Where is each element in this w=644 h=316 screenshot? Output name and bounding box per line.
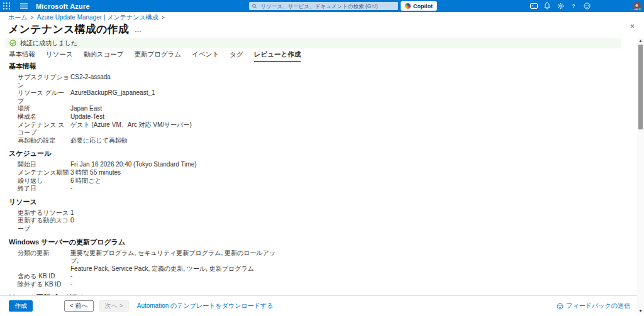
- field-value: Update-Test: [70, 113, 104, 121]
- field-label: 分類の更新: [18, 249, 70, 273]
- field-value: ゲスト (Azure VM、Arc 対応 VM/サーバー): [70, 121, 192, 137]
- field-value: CS2-2-assada: [70, 74, 111, 89]
- breadcrumb-update-manager[interactable]: Azure Update Manager | メンテナンス構成: [37, 13, 158, 22]
- field-row: メンテナンス期間3 時間 55 minutes: [9, 169, 625, 177]
- field-value: 3 時間 55 minutes: [70, 169, 121, 177]
- field-label: メンテナンス スコープ: [18, 121, 70, 137]
- section-heading: スケジュール: [9, 150, 625, 158]
- create-button[interactable]: 作成: [9, 300, 33, 312]
- field-row: サブスクリプションCS2-2-assada: [9, 74, 625, 89]
- scrollbar-thumb[interactable]: [638, 45, 643, 129]
- field-label: 構成名: [18, 113, 70, 121]
- feedback-smiley-icon: [584, 3, 591, 9]
- field-row: 開始日Fri Jan 16 2026 20:40 (Tokyo Standard…: [9, 161, 625, 169]
- bell-icon: [544, 3, 550, 9]
- presence-status-dot: [638, 8, 641, 11]
- field-value: Japan East: [70, 105, 102, 113]
- hamburger-menu-button[interactable]: [17, 0, 31, 12]
- field-row: 更新するリソース1: [9, 209, 625, 217]
- field-label: 開始日: [18, 161, 70, 169]
- breadcrumb-separator: >: [162, 14, 165, 21]
- field-row: 構成名Update-Test: [9, 113, 625, 121]
- waffle-menu-button[interactable]: [0, 0, 13, 12]
- field-value: -: [70, 281, 72, 289]
- title-context-menu[interactable]: …: [135, 26, 142, 33]
- page-title: メンテナンス構成の作成: [8, 22, 129, 36]
- breadcrumb-separator: >: [30, 14, 33, 21]
- field-value: -: [70, 185, 72, 193]
- close-icon[interactable]: ×: [630, 23, 635, 30]
- account-avatar[interactable]: [633, 2, 641, 10]
- field-label: 再起動の設定: [18, 137, 70, 145]
- field-row: 分類の更新重要な更新プログラム, セキュリティ更新プログラム, 更新のロールアッ…: [9, 249, 625, 273]
- search-icon: [252, 4, 257, 9]
- tab-5[interactable]: タグ: [230, 50, 243, 62]
- next-button-disabled: 次へ >: [99, 300, 129, 312]
- help-icon: ?: [570, 3, 577, 9]
- copilot-icon: [405, 3, 411, 9]
- tab-1[interactable]: リソース: [46, 50, 73, 62]
- global-search[interactable]: [249, 2, 398, 10]
- settings-button[interactable]: [556, 2, 565, 11]
- download-automation-template-link[interactable]: Automation のテンプレートをダウンロードする: [137, 302, 274, 310]
- field-value: 1: [70, 209, 74, 217]
- tab-6[interactable]: レビューと作成: [254, 50, 301, 62]
- footer-bar: 作成 < 前へ 次へ > Automation のテンプレートをダウンロードする…: [0, 295, 644, 316]
- hamburger-icon: [20, 3, 28, 9]
- cloud-shell-button[interactable]: >_: [530, 2, 538, 11]
- cloud-shell-icon: >_: [530, 3, 538, 9]
- feedback-button[interactable]: [582, 2, 591, 11]
- field-value: 重要な更新プログラム, セキュリティ更新プログラム, 更新のロールアップ,Fea…: [70, 249, 278, 273]
- feedback-label: フィードバックの送信: [566, 302, 630, 310]
- field-value: Fri Jan 16 2026 20:40 (Tokyo Standard Ti…: [70, 161, 197, 169]
- waffle-icon: [3, 3, 10, 9]
- field-row: 場所Japan East: [9, 105, 625, 113]
- review-content: 基本情報サブスクリプションCS2-2-assadaリソース グループAzureB…: [9, 62, 625, 316]
- tab-4[interactable]: イベント: [192, 50, 219, 62]
- copilot-button[interactable]: Copilot: [401, 1, 437, 11]
- tabs: 基本情報リソース動的スコープ更新プログラムイベントタグレビューと作成: [9, 50, 301, 62]
- field-label: リソース グループ: [18, 89, 70, 105]
- previous-button[interactable]: < 前へ: [64, 300, 94, 312]
- azure-topbar: Microsoft Azure Copilot >_ ?: [0, 0, 644, 12]
- field-row: メンテナンス スコープゲスト (Azure VM、Arc 対応 VM/サーバー): [9, 121, 625, 137]
- tab-2[interactable]: 動的スコープ: [84, 50, 124, 62]
- banner-text: 検証に成功しました: [20, 39, 77, 48]
- field-label: メンテナンス期間: [18, 169, 70, 177]
- validation-success-banner: 検証に成功しました: [5, 38, 621, 48]
- notifications-button[interactable]: [543, 2, 552, 11]
- field-label: 場所: [18, 105, 70, 113]
- section-heading: Windows サーバーの更新プログラム: [9, 238, 625, 246]
- vertical-scrollbar[interactable]: ▲ ▼: [637, 38, 644, 313]
- breadcrumb: ホーム > Azure Update Manager | メンテナンス構成 >: [0, 12, 644, 23]
- field-value: 必要に応じて再起動: [70, 137, 128, 145]
- topbar-icon-group: >_ ?: [530, 0, 591, 12]
- help-button[interactable]: ?: [569, 2, 578, 11]
- field-label: 繰り返し: [18, 177, 70, 185]
- field-row: 含める KB ID-: [9, 273, 625, 281]
- field-row: 除外する KB ID-: [9, 281, 625, 289]
- success-check-icon: [9, 40, 16, 46]
- page-header: メンテナンス構成の作成 …: [8, 22, 142, 36]
- field-row: 再起動の設定必要に応じて再起動: [9, 137, 625, 145]
- field-value: AzureBackupRG_japaneast_1: [70, 89, 155, 105]
- scroll-down-icon[interactable]: ▼: [637, 308, 644, 313]
- azure-brand-logo[interactable]: Microsoft Azure: [36, 3, 90, 10]
- field-row: 終了日-: [9, 185, 625, 193]
- field-value: 0: [70, 217, 74, 232]
- field-label: 更新する動的スコープ: [18, 217, 70, 232]
- copilot-label: Copilot: [413, 3, 433, 9]
- section-heading: 基本情報: [9, 62, 625, 70]
- search-input[interactable]: [260, 3, 395, 10]
- field-value: 6 時間ごと: [70, 177, 101, 185]
- field-row: 繰り返し6 時間ごと: [9, 177, 625, 185]
- scroll-up-icon[interactable]: ▲: [637, 38, 644, 43]
- send-feedback-link[interactable]: フィードバックの送信: [557, 302, 630, 310]
- feedback-icon: [557, 303, 564, 310]
- tab-3[interactable]: 更新プログラム: [135, 50, 182, 62]
- field-label: 終了日: [18, 185, 70, 193]
- field-label: 含める KB ID: [18, 273, 70, 281]
- gear-icon: [557, 3, 564, 9]
- breadcrumb-home[interactable]: ホーム: [8, 13, 27, 22]
- tab-0[interactable]: 基本情報: [9, 50, 35, 62]
